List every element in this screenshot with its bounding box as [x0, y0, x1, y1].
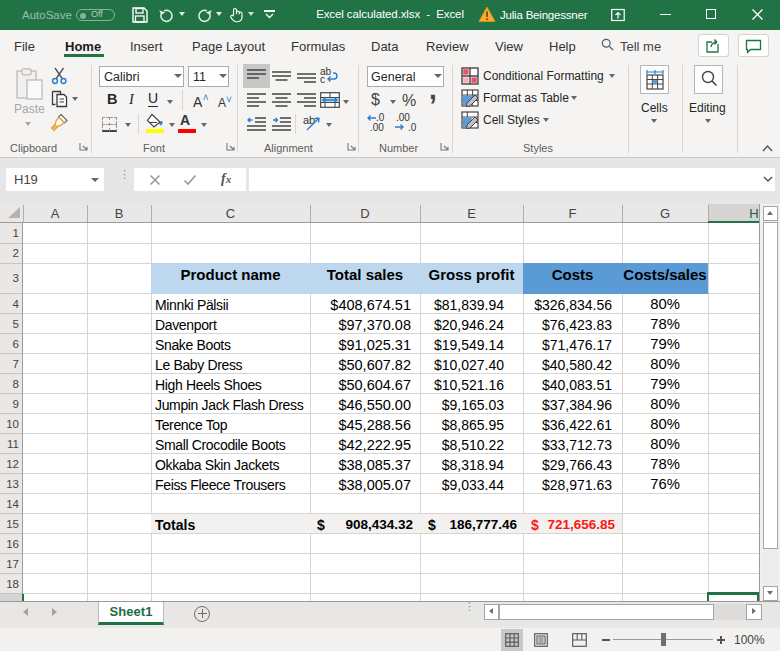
svg-text:c: c	[320, 74, 325, 84]
